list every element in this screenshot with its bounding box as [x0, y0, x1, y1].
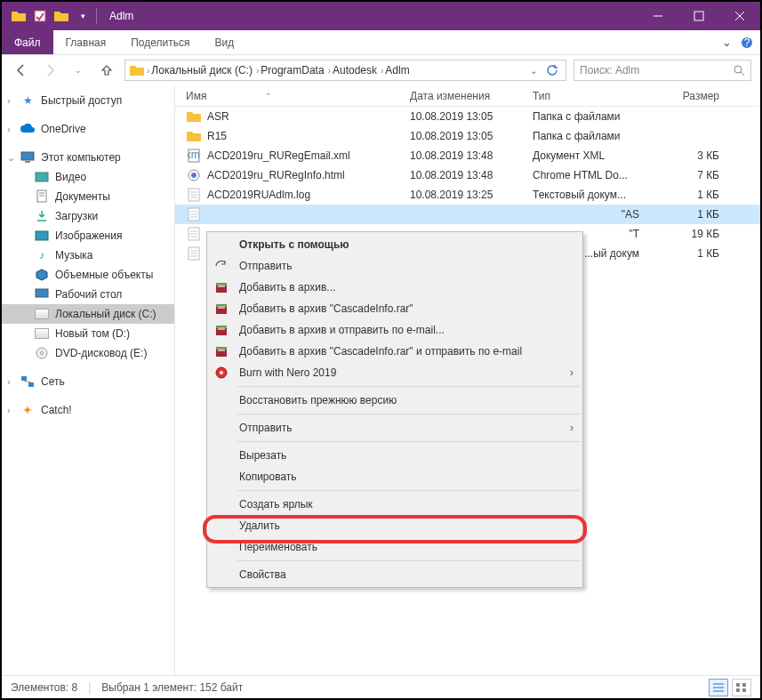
header-name[interactable]: Имя⌃	[175, 90, 403, 102]
file-size: 3 КБ	[646, 149, 726, 162]
sidebar-local-disk-c[interactable]: Локальный диск (C:)	[2, 304, 174, 324]
file-row[interactable]: AS"1 КБ	[175, 205, 760, 224]
file-row[interactable]: xmlACD2019ru_RURegEmail.xml10.08.2019 13…	[175, 146, 760, 165]
sidebar-this-pc[interactable]: ⌄Этот компьютер	[2, 148, 174, 167]
ribbon-expand-icon[interactable]: ⌄	[722, 36, 732, 49]
svg-rect-2	[694, 12, 703, 20]
search-box[interactable]: Поиск: Adlm	[574, 60, 751, 81]
winrar-icon	[213, 342, 230, 360]
separator	[96, 8, 97, 24]
svg-point-7	[734, 66, 742, 73]
desktop-icon	[34, 287, 50, 302]
address-dropdown-icon[interactable]: ⌄	[526, 66, 541, 76]
svg-line-21	[24, 381, 31, 382]
file-name: ACD2019ru_RURegEmail.xml	[207, 149, 350, 162]
sidebar-videos[interactable]: Видео	[2, 167, 174, 187]
up-button[interactable]	[96, 60, 117, 81]
sidebar-desktop[interactable]: Рабочий стол	[2, 285, 174, 304]
maximize-button[interactable]	[678, 2, 719, 30]
file-icon	[186, 227, 202, 241]
dvd-icon	[34, 346, 50, 360]
close-button[interactable]	[719, 2, 760, 30]
chevron-right-icon: ›	[570, 422, 574, 434]
svg-text:xml: xml	[188, 149, 200, 161]
cm-restore[interactable]: Восстановить прежнюю версию	[209, 390, 581, 411]
crumb-autodesk[interactable]: Autodesk›	[333, 64, 383, 76]
header-type[interactable]: Тип	[525, 90, 646, 102]
sidebar-onedrive[interactable]: ›OneDrive	[2, 119, 174, 139]
cm-properties[interactable]: Свойства	[209, 564, 581, 585]
file-row[interactable]: R1510.08.2019 13:05Папка с файлами	[175, 126, 760, 146]
sidebar-music[interactable]: ♪Музыка	[2, 245, 174, 265]
cm-send-to[interactable]: Отправить›	[209, 417, 581, 439]
crumb-adlm[interactable]: Adlm	[385, 64, 409, 76]
crumb-c[interactable]: Локальный диск (C:)›	[151, 64, 259, 76]
sidebar-dvd-drive-e[interactable]: DVD-дисковод (E:)	[2, 343, 174, 363]
cm-copy[interactable]: Копировать	[209, 466, 581, 487]
cm-add-archive[interactable]: Добавить в архив...	[209, 277, 581, 298]
file-icon	[186, 207, 202, 221]
header-date[interactable]: Дата изменения	[403, 90, 525, 102]
recent-dropdown[interactable]: ⌄	[68, 60, 89, 81]
new-folder-icon[interactable]	[53, 8, 69, 24]
file-row[interactable]: ACD2019ru_RURegInfo.html10.08.2019 13:48…	[175, 165, 760, 185]
cm-cut[interactable]: Вырезать	[209, 445, 581, 466]
window-title: Adlm	[106, 10, 638, 22]
cm-archive-cascade-email[interactable]: Добавить в архив "CascadeInfo.rar" и отп…	[209, 341, 581, 362]
monitor-icon	[20, 150, 36, 165]
cm-open-with[interactable]: Открыть с помощью	[209, 234, 581, 255]
svg-rect-45	[218, 285, 225, 287]
file-row[interactable]: ASR10.08.2019 13:05Папка с файлами	[175, 107, 760, 126]
header-size[interactable]: Размер	[646, 90, 726, 102]
help-icon[interactable]: ?	[741, 36, 753, 49]
file-row[interactable]: ACD2019RUAdlm.log10.08.2019 13:25Текстов…	[175, 185, 760, 205]
sidebar-network[interactable]: ›Сеть	[2, 372, 174, 391]
cloud-icon	[20, 122, 36, 136]
svg-rect-62	[736, 688, 740, 692]
search-icon[interactable]	[733, 64, 745, 76]
properties-icon[interactable]	[32, 8, 48, 24]
document-icon	[34, 189, 50, 204]
tab-file[interactable]: Файл	[2, 30, 53, 54]
view-large-icons-button[interactable]	[732, 679, 751, 696]
svg-point-26	[193, 174, 195, 176]
tab-share[interactable]: Поделиться	[118, 30, 202, 54]
file-icon	[186, 246, 202, 261]
address-box[interactable]: › Локальный диск (C:)› ProgramData› Auto…	[124, 60, 566, 81]
sidebar-pictures[interactable]: Изображения	[2, 226, 174, 245]
cm-archive-email[interactable]: Добавить в архив и отправить по e-mail..…	[209, 319, 581, 341]
file-icon	[186, 109, 202, 124]
svg-rect-20	[28, 382, 34, 387]
sidebar-documents[interactable]: Документы	[2, 187, 174, 206]
tab-view[interactable]: Вид	[202, 30, 246, 54]
qat-dropdown-icon[interactable]: ▾	[75, 8, 91, 24]
sidebar-new-volume-d[interactable]: Новый том (D:)	[2, 324, 174, 343]
svg-rect-15	[36, 231, 48, 240]
forward-button[interactable]	[39, 60, 60, 81]
catch-icon: ✦	[20, 403, 36, 417]
crumb-programdata[interactable]: ProgramData›	[261, 64, 331, 76]
network-icon	[20, 374, 36, 389]
cm-add-archive-cascade[interactable]: Добавить в архив "CascadeInfo.rar"	[209, 298, 581, 319]
back-button[interactable]	[11, 60, 32, 81]
sidebar-catch[interactable]: ›✦Catch!	[2, 400, 174, 420]
minimize-button[interactable]	[638, 2, 678, 30]
cm-delete[interactable]: Удалить	[209, 515, 581, 536]
file-name: ACD2019ru_RURegInfo.html	[207, 169, 345, 181]
view-icons	[709, 679, 751, 696]
file-size: 1 КБ	[646, 247, 726, 260]
refresh-button[interactable]	[542, 64, 562, 76]
view-details-button[interactable]	[709, 679, 728, 696]
video-icon	[34, 170, 50, 184]
sidebar-3d-objects[interactable]: Объемные объекты	[2, 265, 174, 285]
cm-send[interactable]: Отправить	[209, 255, 581, 277]
sidebar-quick-access[interactable]: ›★Быстрый доступ	[2, 91, 174, 110]
sidebar-downloads[interactable]: Загрузки	[2, 206, 174, 226]
cm-create-shortcut[interactable]: Создать ярлык	[209, 494, 581, 515]
tab-home[interactable]: Главная	[53, 30, 119, 54]
file-name: ACD2019RUAdlm.log	[207, 189, 310, 201]
separator	[237, 414, 580, 414]
crumb-root[interactable]: ›	[147, 66, 149, 76]
cm-burn-nero[interactable]: Burn with Nero 2019›	[209, 362, 581, 383]
cm-rename[interactable]: Переименовать	[209, 536, 581, 558]
